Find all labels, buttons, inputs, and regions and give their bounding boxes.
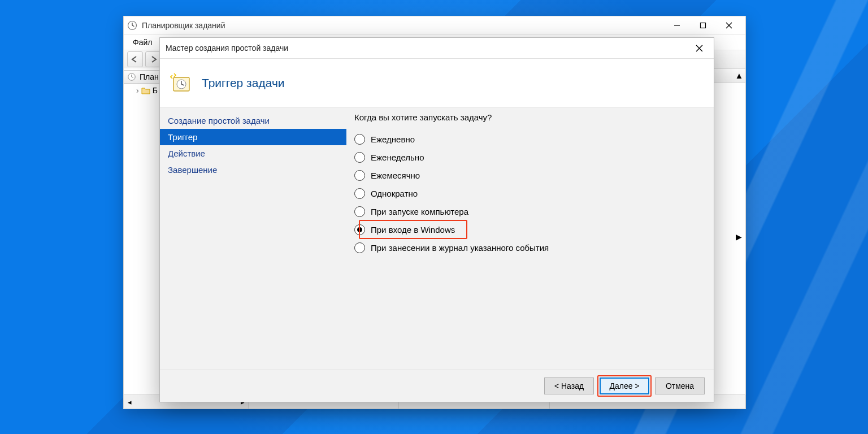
scroll-left-icon[interactable]: ◂ [124,396,135,407]
nav-back-button[interactable] [127,51,143,67]
maximize-button[interactable] [690,16,716,34]
wizard-content: Когда вы хотите запускать задачу? Ежедне… [346,108,714,370]
wizard-footer: < Назад Далее > Отмена [160,370,714,402]
radio-icon [354,134,365,145]
wizard-step-trigger[interactable]: Триггер [160,129,346,145]
trigger-question: Когда вы хотите запускать задачу? [354,112,704,122]
radio-label: При входе в Windows [371,225,455,235]
radio-option-daily[interactable]: Ежедневно [354,130,704,148]
radio-option-startup[interactable]: При запуске компьютера [354,202,704,220]
radio-icon [354,242,365,253]
radio-icon [354,152,365,163]
titlebar[interactable]: Планировщик заданий [124,16,745,35]
desktop-wallpaper: Планировщик заданий Файл [0,0,868,434]
radio-option-once[interactable]: Однократно [354,184,704,202]
window-title: Планировщик заданий [142,21,664,30]
back-button[interactable]: < Назад [544,377,594,394]
folder-icon [141,86,150,94]
radio-label: Еженедельно [371,153,424,162]
minimize-button[interactable] [664,16,690,34]
radio-label: Ежемесячно [371,171,420,180]
wizard-icon [170,72,193,94]
radio-icon [354,170,365,181]
wizard-window-title: Мастер создания простой задачи [166,44,690,53]
cancel-button[interactable]: Отмена [655,377,705,394]
wizard-step-create[interactable]: Создание простой задачи [160,112,346,129]
close-button[interactable] [716,16,742,34]
nav-forward-button[interactable] [145,51,161,67]
wizard-titlebar[interactable]: Мастер создания простой задачи [160,38,714,59]
radio-label: Однократно [371,189,418,198]
radio-icon [354,206,365,217]
radio-option-event[interactable]: При занесении в журнал указанного событи… [354,238,704,257]
radio-option-monthly[interactable]: Ежемесячно [354,166,704,184]
radio-icon [354,188,365,199]
next-button-highlight: Далее > [600,377,649,394]
radio-label: При запуске компьютера [371,207,468,216]
radio-option-weekly[interactable]: Еженедельно [354,148,704,166]
wizard-step-finish[interactable]: Завершение [160,162,346,178]
expand-arrow-icon: › [136,86,139,95]
next-button[interactable]: Далее > [600,377,649,394]
radio-label: Ежедневно [371,134,415,144]
wizard-close-button[interactable] [690,39,708,57]
svg-rect-4 [701,23,706,28]
wizard-steps-nav: Создание простой задачи Триггер Действие… [160,108,346,370]
wizard-heading: Триггер задачи [202,76,285,90]
radio-icon [354,224,365,235]
scroll-up-icon[interactable]: ▲ [733,69,745,81]
radio-option-logon[interactable]: При входе в Windows [354,220,704,238]
menu-file[interactable]: Файл [127,37,158,48]
radio-label: При занесении в журнал указанного событи… [371,243,549,253]
wizard-step-action[interactable]: Действие [160,145,346,162]
tree-root-label: План [140,72,159,81]
scroll-right-icon[interactable]: ▶ [736,232,742,241]
create-basic-task-wizard: Мастер создания простой задачи Триггер з… [159,37,714,402]
wizard-header: Триггер задачи [160,59,714,108]
task-scheduler-icon [127,20,137,31]
tree-child-label: Б [153,86,158,95]
